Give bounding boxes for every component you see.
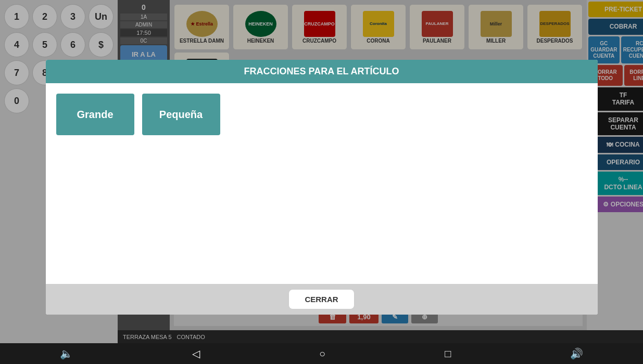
- volume-up-icon[interactable]: 🔊: [570, 347, 583, 360]
- fracciones-modal: FRACCIONES PARA EL ARTÍCULO Grande Peque…: [46, 60, 598, 315]
- modal-title: FRACCIONES PARA EL ARTÍCULO: [46, 60, 598, 83]
- android-nav-bar: 🔈 ◁ ○ □ 🔊: [0, 343, 643, 364]
- modal-overlay: FRACCIONES PARA EL ARTÍCULO Grande Peque…: [0, 0, 643, 343]
- back-icon[interactable]: ◁: [192, 347, 200, 360]
- cerrar-button[interactable]: CERRAR: [288, 289, 354, 309]
- pequeña-button[interactable]: Pequeña: [142, 94, 220, 135]
- volume-down-icon[interactable]: 🔈: [60, 347, 73, 360]
- recent-apps-icon[interactable]: □: [445, 348, 451, 360]
- grande-button[interactable]: Grande: [56, 94, 134, 135]
- home-icon[interactable]: ○: [319, 348, 325, 360]
- modal-footer: CERRAR: [46, 284, 598, 315]
- modal-body: Grande Pequeña: [46, 83, 598, 284]
